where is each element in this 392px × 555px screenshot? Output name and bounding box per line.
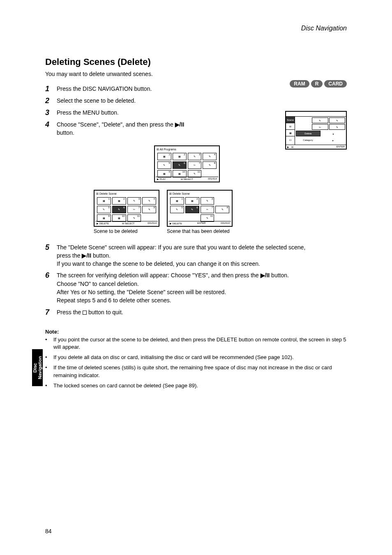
thumbnail-delete-before: ⊞ Delete Scene 1▦ 2▦ 3✎ 4✎ 5✎ 6✎ 7✂ 8✎ 9… bbox=[94, 190, 159, 227]
step-number: 7 bbox=[45, 308, 53, 317]
step-text: Select the scene to be deleted. bbox=[57, 97, 136, 105]
note-bullet: If you delete all data on disc or card, … bbox=[53, 354, 294, 362]
play-pause-icon: ▶/II bbox=[175, 121, 184, 128]
enter-label: ENTER bbox=[337, 145, 345, 148]
side-tab: Disc Navigation bbox=[32, 349, 43, 386]
tab-scene: Scene bbox=[286, 117, 295, 123]
notes-section: Note: •If you point the cursor at the sc… bbox=[45, 328, 347, 390]
badge-ram: RAM bbox=[290, 80, 309, 88]
caption-after: Scene that has been deleted bbox=[167, 228, 233, 234]
delete-option: Delete bbox=[296, 131, 321, 136]
note-bullet: If the time of deleted scenes (stills) i… bbox=[53, 364, 347, 380]
subtitle: You may want to delete unwanted scenes. bbox=[45, 71, 347, 77]
tab-icon: ⊡ bbox=[286, 136, 295, 143]
stop-icon bbox=[83, 311, 87, 315]
step-number: 1 bbox=[45, 85, 53, 93]
step-7: 7 Press the button to quit. bbox=[45, 308, 347, 317]
thumbnail-all-programs: ⊞ All Programs 1▦ 2▦ 3✎ 4✎ 5✎ 6✎ 7✂ 8✎ 9… bbox=[154, 145, 347, 182]
play-pause-icon: ▶/II bbox=[261, 272, 270, 279]
step-text: Press the MENU button. bbox=[57, 108, 119, 117]
step-text: Press the DISC NAVIGATION button. bbox=[57, 85, 152, 93]
note-bullet: If you point the cursor at the scene to … bbox=[53, 336, 347, 352]
thumbnail-row: ⊞ Delete Scene 1▦ 2▦ 3✎ 4✎ 5✎ 6✎ 7✂ 8✎ 9… bbox=[94, 190, 347, 234]
thumbnail-delete-after: ⊞ Delete Scene 1▦ 2▦ 3✎ 5✎ 6✎ 7✂ 8✎ 11✎ … bbox=[167, 190, 233, 227]
note-label: Note: bbox=[45, 328, 347, 336]
step-text: The screen for verifying deletion will a… bbox=[57, 271, 289, 304]
step-number: 5 bbox=[45, 243, 53, 252]
step-6: 6 The screen for verifying deletion will… bbox=[45, 271, 347, 304]
tab-icon: ⊞ bbox=[286, 123, 295, 130]
page-number: 84 bbox=[45, 528, 52, 534]
media-badges: RAM R CARD bbox=[290, 80, 347, 88]
step-number: 3 bbox=[45, 108, 53, 117]
badge-r: R bbox=[311, 80, 323, 88]
play-pause-icon: ▶/II bbox=[82, 252, 91, 259]
note-bullet: The locked scenes on card cannot be dele… bbox=[53, 382, 198, 390]
step-number: 6 bbox=[45, 271, 53, 280]
step-5: 5 The "Delete Scene" screen will appear:… bbox=[45, 243, 347, 268]
disc-nav-figure: Scene ⊞ ▦ ⊡ ✎ ✎ ✂ ✎ Delete ▸ bbox=[285, 111, 347, 150]
step-text: Press the button to quit. bbox=[57, 308, 123, 316]
step-2: 2 Select the scene to be deleted. bbox=[45, 97, 347, 105]
page-title: Deleting Scenes (Delete) bbox=[45, 57, 347, 67]
step-number: 2 bbox=[45, 97, 53, 105]
step-number: 4 bbox=[45, 120, 53, 129]
tab-icon: ▦ bbox=[286, 130, 295, 136]
caption-before: Scene to be deleted bbox=[94, 228, 159, 234]
step-text: Choose "Scene", "Delete", and then press… bbox=[57, 120, 196, 137]
page-header: Disc Navigation bbox=[45, 25, 347, 32]
badge-card: CARD bbox=[324, 80, 347, 88]
step-text: The "Delete Scene" screen will appear: I… bbox=[57, 243, 311, 268]
